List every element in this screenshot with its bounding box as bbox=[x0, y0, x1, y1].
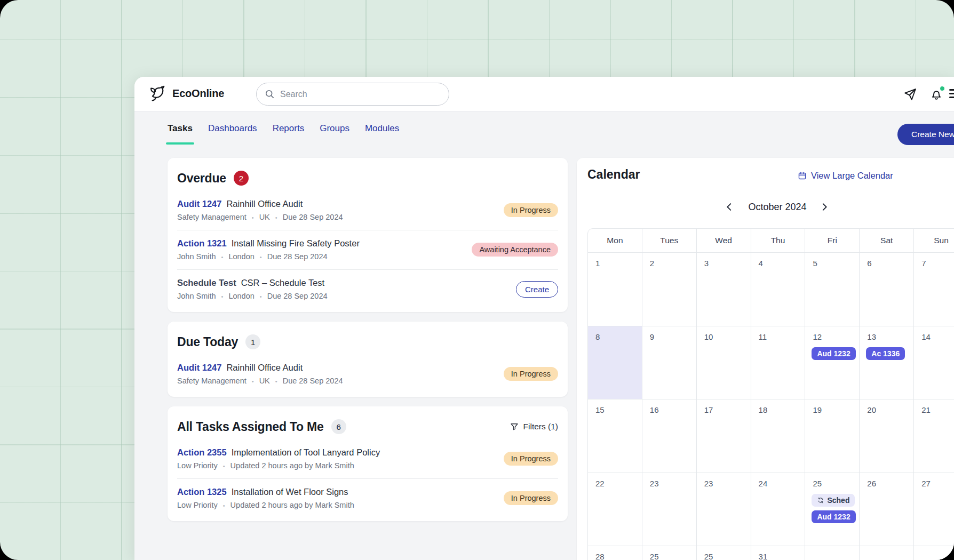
task-meta-item: UK bbox=[247, 377, 270, 385]
event-label: Aud 1232 bbox=[817, 349, 850, 358]
day-cell[interactable]: 23 bbox=[642, 473, 697, 546]
status-badge: In Progress bbox=[504, 367, 558, 381]
task-meta-item: Safety Management bbox=[177, 377, 247, 385]
tab-dashboards[interactable]: Dashboards bbox=[208, 111, 257, 146]
status-badge: In Progress bbox=[504, 452, 558, 466]
task-row: Schedule TestCSR – Schedule TestJohn Smi… bbox=[177, 269, 558, 309]
day-cell[interactable] bbox=[805, 546, 860, 560]
day-number: 13 bbox=[867, 332, 876, 341]
view-large-calendar-link[interactable]: View Large Calendar bbox=[798, 171, 893, 181]
task-ref-link[interactable]: Audit 1247 bbox=[177, 363, 221, 373]
main-content: TasksDashboardsReportsGroupsModules Crea… bbox=[134, 111, 954, 560]
day-cell[interactable]: 13Ac 1336 bbox=[860, 326, 914, 399]
task-meta-item: John Smith bbox=[177, 292, 216, 300]
task-meta-item: Due 28 Sep 2024 bbox=[255, 252, 328, 261]
day-number: 22 bbox=[595, 479, 605, 488]
day-cell[interactable]: 9 bbox=[642, 326, 697, 399]
day-cell[interactable]: 20 bbox=[860, 399, 914, 473]
day-cell[interactable]: 25SchedAud 1232 bbox=[805, 473, 860, 546]
month-navigation: October 2024 bbox=[699, 201, 855, 213]
day-number: 25 bbox=[650, 552, 659, 560]
previous-month-button[interactable] bbox=[724, 201, 736, 213]
day-cell[interactable]: 18 bbox=[751, 399, 806, 473]
day-cell[interactable]: 1 bbox=[588, 252, 642, 326]
next-month-button[interactable] bbox=[818, 201, 831, 213]
day-cell[interactable]: 2 bbox=[642, 252, 697, 326]
notifications-button[interactable] bbox=[929, 87, 944, 102]
day-number: 17 bbox=[704, 405, 713, 414]
day-cell[interactable]: 25 bbox=[697, 546, 751, 560]
task-meta-item: Updated 2 hours ago by Mark Smith bbox=[218, 501, 354, 509]
task-info: Action 1321Install Missing Fire Safety P… bbox=[177, 238, 472, 261]
day-cell[interactable]: 8 bbox=[588, 326, 642, 399]
calendar-event-badge[interactable]: Sched bbox=[812, 494, 855, 507]
day-cell[interactable]: 25 bbox=[642, 546, 697, 560]
day-number: 28 bbox=[595, 552, 605, 560]
day-cell[interactable]: 15 bbox=[588, 399, 642, 473]
day-cell[interactable]: 27 bbox=[914, 473, 954, 546]
task-ref-link[interactable]: Schedule Test bbox=[177, 278, 236, 288]
day-cell[interactable]: 12Aud 1232 bbox=[805, 326, 860, 399]
view-large-calendar-label: View Large Calendar bbox=[811, 171, 893, 181]
day-number: 8 bbox=[595, 332, 600, 341]
send-button[interactable] bbox=[903, 87, 918, 102]
overflow-menu-icon[interactable] bbox=[949, 87, 954, 102]
day-cell[interactable]: 21 bbox=[914, 399, 954, 473]
task-title: Rainhill Office Audit bbox=[226, 363, 303, 373]
calendar-event-badge[interactable]: Aud 1232 bbox=[812, 347, 855, 360]
day-cell[interactable]: 6 bbox=[860, 252, 914, 326]
day-cell[interactable]: 11 bbox=[751, 326, 806, 399]
task-meta: Low PriorityUpdated 2 hours ago by Mark … bbox=[177, 501, 504, 509]
day-cell[interactable]: 14 bbox=[914, 326, 954, 399]
tab-reports[interactable]: Reports bbox=[273, 111, 305, 146]
day-cell[interactable]: 17 bbox=[697, 399, 751, 473]
task-title-line: Action 2355Implementation of Tool Lanyar… bbox=[177, 447, 504, 458]
calendar-event-badge[interactable]: Ac 1336 bbox=[866, 347, 905, 360]
day-number: 15 bbox=[595, 405, 605, 414]
day-cell[interactable]: 19 bbox=[805, 399, 860, 473]
day-number: 14 bbox=[921, 332, 931, 341]
day-events: Ac 1336 bbox=[866, 347, 913, 360]
task-ref-link[interactable]: Audit 1247 bbox=[177, 199, 221, 209]
day-header-tues: Tues bbox=[642, 229, 697, 252]
day-cell[interactable]: 16 bbox=[642, 399, 697, 473]
event-label: Ac 1336 bbox=[871, 349, 900, 358]
task-title-line: Schedule TestCSR – Schedule Test bbox=[177, 278, 516, 288]
day-number: 5 bbox=[813, 259, 817, 268]
day-cell[interactable]: 4 bbox=[751, 252, 806, 326]
day-cell[interactable]: 3 bbox=[697, 252, 751, 326]
task-info: Audit 1247Rainhill Office AuditSafety Ma… bbox=[177, 199, 504, 221]
day-cell[interactable]: 23 bbox=[697, 473, 751, 546]
calendar-event-badge[interactable]: Aud 1232 bbox=[812, 510, 855, 523]
tab-modules[interactable]: Modules bbox=[365, 111, 399, 146]
day-cell[interactable]: 7 bbox=[914, 252, 954, 326]
task-row: Action 1321Install Missing Fire Safety P… bbox=[177, 230, 558, 269]
task-row: Audit 1247Rainhill Office AuditSafety Ma… bbox=[177, 355, 558, 394]
create-task-button[interactable]: Create bbox=[516, 281, 558, 298]
day-cell[interactable]: 28 bbox=[588, 546, 642, 560]
calendar-week-row: 1234567 bbox=[588, 252, 954, 326]
brand: EcoOnline bbox=[147, 84, 224, 102]
day-cell[interactable]: 26 bbox=[860, 473, 914, 546]
day-number: 23 bbox=[650, 479, 659, 488]
tab-groups[interactable]: Groups bbox=[320, 111, 349, 146]
section-title: Overdue bbox=[177, 171, 226, 186]
create-new-button[interactable]: Create New bbox=[897, 124, 954, 145]
day-cell[interactable]: 5 bbox=[805, 252, 860, 326]
day-cell[interactable] bbox=[914, 546, 954, 560]
section-count-badge: 6 bbox=[331, 419, 346, 434]
task-ref-link[interactable]: Action 1321 bbox=[177, 238, 227, 249]
day-cell[interactable]: 10 bbox=[697, 326, 751, 399]
day-cell[interactable]: 24 bbox=[751, 473, 806, 546]
day-header-thu: Thu bbox=[751, 229, 806, 252]
task-title-line: Action 1321Install Missing Fire Safety P… bbox=[177, 238, 472, 249]
tab-tasks[interactable]: Tasks bbox=[168, 111, 193, 146]
task-ref-link[interactable]: Action 2355 bbox=[177, 447, 227, 458]
day-cell[interactable]: 31 bbox=[751, 546, 806, 560]
day-number: 4 bbox=[759, 259, 763, 268]
day-cell[interactable]: 22 bbox=[588, 473, 642, 546]
day-cell[interactable] bbox=[860, 546, 914, 560]
filters-button[interactable]: Filters (1) bbox=[510, 422, 558, 431]
search-input[interactable] bbox=[280, 90, 441, 99]
task-ref-link[interactable]: Action 1325 bbox=[177, 487, 227, 497]
